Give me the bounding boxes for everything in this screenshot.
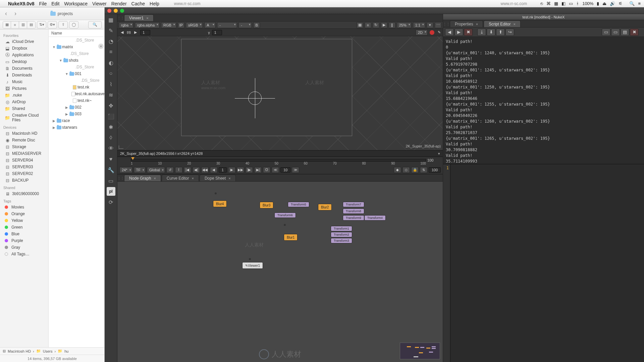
save-script-icon[interactable]: ⬆ bbox=[496, 28, 505, 36]
clear-history-icon[interactable]: ✖ bbox=[464, 28, 473, 36]
current-frame-field[interactable]: 1 bbox=[219, 167, 227, 173]
fstop-field[interactable]: 1 bbox=[140, 30, 150, 35]
close-icon[interactable]: × bbox=[154, 176, 156, 180]
channel-dropdown[interactable]: rgba.alpha bbox=[135, 22, 160, 28]
goto-end-icon[interactable]: ▶| bbox=[254, 167, 262, 173]
window-minimize-button[interactable] bbox=[114, 9, 118, 13]
roi-icon[interactable]: ≡ bbox=[365, 22, 371, 28]
finder-back-button[interactable]: ‹ bbox=[3, 10, 9, 17]
sidebar-item-icloud[interactable]: ☁iCloud Drive bbox=[0, 38, 48, 45]
timeline-end-field[interactable]: 100 bbox=[427, 158, 441, 162]
loop-icon[interactable]: ↺ bbox=[166, 167, 174, 173]
script-input[interactable]: 1 bbox=[443, 164, 644, 362]
close-icon[interactable]: × bbox=[146, 16, 148, 20]
app-name[interactable]: NukeX9.0v8 bbox=[8, 1, 35, 6]
tab-properties[interactable]: Properties× bbox=[450, 20, 483, 27]
tool-particles-icon[interactable]: ✱ bbox=[107, 123, 115, 131]
tab-nodegraph[interactable]: Node Graph× bbox=[124, 175, 161, 181]
folder-starwars[interactable]: ▶starwars bbox=[49, 124, 104, 131]
tool-merge-icon[interactable]: ≋ bbox=[107, 90, 115, 99]
tool-draw-icon[interactable]: ✎ bbox=[107, 26, 115, 35]
wipe-dropdown[interactable]: - bbox=[217, 22, 237, 28]
view-mode-segment[interactable]: ▦ ≡ ▥ ▤ bbox=[3, 21, 36, 28]
file-testnk[interactable]: test.nk bbox=[49, 84, 104, 90]
load-script-icon[interactable]: ⬇ bbox=[487, 28, 495, 36]
tool-filter-icon[interactable]: ○ bbox=[107, 69, 115, 78]
show-output-icon[interactable]: ▭ bbox=[602, 28, 610, 36]
action-button[interactable]: ⚙▾ bbox=[48, 21, 57, 28]
play-forward-icon[interactable]: ▶ bbox=[228, 167, 235, 173]
node-transform2[interactable]: Transform2 bbox=[331, 232, 352, 237]
share-button[interactable]: ⇪ bbox=[58, 21, 68, 28]
tool-3d-icon[interactable]: ⬛ bbox=[107, 112, 115, 121]
window-close-button[interactable] bbox=[107, 9, 111, 13]
pencil-icon[interactable]: ✎ bbox=[438, 30, 441, 35]
folder-002[interactable]: ▶002 bbox=[49, 104, 104, 111]
finder-forward-button[interactable]: › bbox=[12, 10, 19, 17]
more-icon[interactable]: ⋯ bbox=[435, 22, 441, 28]
menu-viewer[interactable]: Viewer bbox=[92, 1, 107, 6]
ratio-dropdown[interactable]: 1:1 bbox=[413, 22, 425, 28]
finder-file-list[interactable]: Name .DS_Store ▼matrix× .DS_Store ▼shots… bbox=[49, 29, 104, 347]
sidebar-item-remote-disc[interactable]: ◉Remote Disc bbox=[0, 137, 48, 143]
sidebar-item-mediaserver[interactable]: ⊟MEDIASERVER bbox=[0, 150, 48, 157]
sidebar-tag[interactable]: Orange bbox=[0, 210, 48, 217]
out-frame-field[interactable]: 100 bbox=[429, 167, 441, 173]
tray-icon[interactable]: ⎋ bbox=[540, 1, 543, 6]
key-all-icon[interactable]: ◇ bbox=[402, 167, 410, 173]
tool-channel-icon[interactable]: ≡ bbox=[107, 48, 115, 56]
skip-back-icon[interactable]: ≪ bbox=[272, 167, 279, 173]
node-blur4[interactable]: Blur4 bbox=[213, 200, 227, 207]
tray-icon[interactable]: ▭ bbox=[569, 1, 573, 6]
chevron-down-icon[interactable]: ▾ bbox=[438, 152, 440, 156]
sidebar-tag[interactable]: Purple bbox=[0, 237, 48, 244]
sidebar-item-applications[interactable]: ⒶApplications bbox=[0, 52, 48, 58]
menu-file[interactable]: File bbox=[39, 1, 47, 6]
ip-toggle[interactable]: IP bbox=[178, 22, 184, 28]
tags-button[interactable]: ◯ bbox=[69, 21, 78, 28]
next-button[interactable]: ▶ bbox=[133, 30, 138, 35]
tab-script-editor[interactable]: Script Editor× bbox=[484, 20, 521, 27]
finder-pathbar[interactable]: ⊟Macintosh HD› 📁Users› 📁hu bbox=[0, 347, 104, 355]
menu-workspace[interactable]: Workspace bbox=[64, 1, 88, 6]
timeline-track[interactable] bbox=[131, 159, 426, 162]
node-transform3[interactable]: Transform3 bbox=[331, 238, 352, 243]
overscan-icon[interactable]: ▾ bbox=[427, 22, 433, 28]
sidebar-item-backup[interactable]: ⊟BACKUP bbox=[0, 177, 48, 184]
tab-drag-handle[interactable]: ⋮⋮ bbox=[119, 175, 123, 181]
key-icon[interactable]: ◆ bbox=[394, 167, 401, 173]
folder-race[interactable]: ▶race bbox=[49, 117, 104, 124]
node-transform9[interactable]: Transform9 bbox=[343, 215, 364, 221]
tray-icon[interactable]: ▦ bbox=[554, 1, 558, 6]
sidebar-tag[interactable]: Green bbox=[0, 224, 48, 231]
step-forward-icon[interactable]: ▶▶ bbox=[237, 167, 244, 173]
goto-start-icon[interactable]: |◀ bbox=[184, 167, 191, 173]
close-icon[interactable]: × bbox=[514, 22, 516, 26]
icon-view-button[interactable]: ▦ bbox=[3, 21, 11, 28]
run-script-icon[interactable]: ↪ bbox=[505, 28, 514, 36]
tool-time-icon[interactable]: ◔ bbox=[107, 37, 115, 46]
range-dropdown[interactable]: Global bbox=[147, 167, 165, 173]
tray-icon[interactable]: ⌘ bbox=[546, 1, 551, 6]
a-buffer-dropdown[interactable]: A bbox=[204, 22, 216, 28]
step-forward-frame-icon[interactable]: |▶ bbox=[246, 167, 253, 173]
script-output[interactable]: Valid path! 0 {u'matrix_001': 1240, u'st… bbox=[443, 37, 644, 164]
tool-toolsets-icon[interactable]: 🔧 bbox=[107, 166, 115, 174]
spotlight-icon[interactable]: 🔍 bbox=[629, 1, 635, 6]
file-autosave[interactable]: test.nk.autosave bbox=[49, 90, 104, 97]
tab-viewer1[interactable]: Viewer1× bbox=[124, 14, 154, 21]
tool-color-icon[interactable]: ◐ bbox=[107, 58, 115, 67]
tool-views-icon[interactable]: 👁 bbox=[107, 144, 115, 153]
menu-render[interactable]: Render bbox=[111, 1, 127, 6]
menu-help[interactable]: Help bbox=[150, 1, 159, 6]
finder-search[interactable]: 🔍 bbox=[88, 21, 102, 28]
sidebar-item-server04[interactable]: ⊟SERVER04 bbox=[0, 157, 48, 164]
playhead[interactable] bbox=[131, 157, 135, 160]
node-transform7[interactable]: Transform7 bbox=[343, 202, 364, 207]
step-back-icon[interactable]: ◀◀ bbox=[201, 167, 209, 173]
list-view-button[interactable]: ≡ bbox=[11, 21, 19, 28]
script-editor-area[interactable] bbox=[450, 164, 644, 362]
clear-output-icon[interactable]: ✖ bbox=[630, 28, 639, 36]
sidebar-item-shared-host[interactable]: 🖥3b9196000000 bbox=[0, 190, 48, 197]
proxy-icon[interactable]: ▶ bbox=[381, 22, 387, 28]
